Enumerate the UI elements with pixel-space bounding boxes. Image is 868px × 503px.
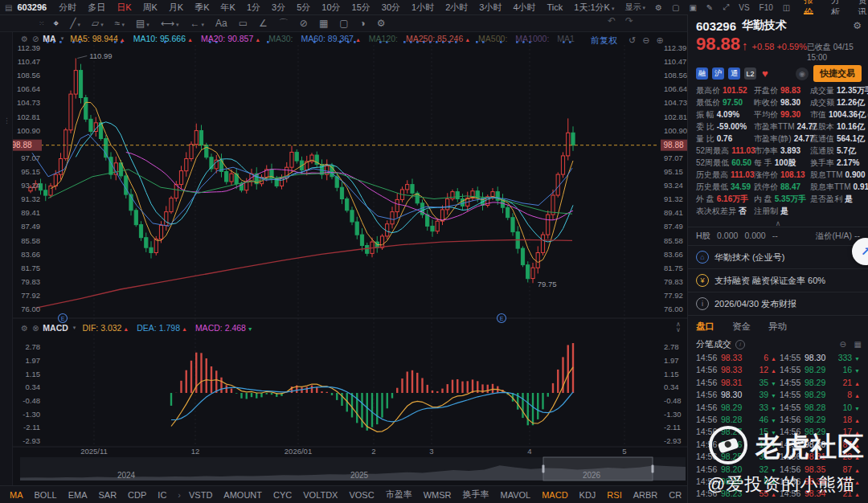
toolbar-grip[interactable]: ⁙ <box>39 19 45 27</box>
visibility-tool[interactable]: ◑ <box>360 18 366 29</box>
subtab-资金[interactable]: 资金 <box>732 321 751 333</box>
tick-row[interactable]: 14:5698.2846 ▼14:5698.2918 ▲ <box>696 414 863 426</box>
legend-item[interactable]: DEA: 1.798 ▲ <box>137 323 187 333</box>
subtab-异动[interactable]: 异动 <box>768 321 787 333</box>
legend-item[interactable]: MA250: 85.246 ▲ <box>406 34 470 43</box>
legend-item[interactable]: MA30: <box>268 34 293 43</box>
macd-close-icon[interactable]: ⊗ <box>32 324 39 333</box>
front-adjust-label[interactable]: 前复权 <box>591 35 617 47</box>
trendline-tool[interactable]: ╱▾ <box>70 18 80 29</box>
sidebar-collapse-handle[interactable]: ⋮ <box>3 117 10 125</box>
vs-compare[interactable]: VS <box>739 3 749 12</box>
indicator-tab-RSI[interactable]: RSI <box>607 490 621 500</box>
timeframe-Tick[interactable]: Tick <box>547 2 563 12</box>
timeframe-4小时[interactable]: 4小时 <box>513 2 535 14</box>
quick-trade-button[interactable]: 快捷交易 <box>813 65 862 82</box>
timeframe-周K[interactable]: 周K <box>143 2 158 14</box>
indicator-tab-EMA[interactable]: EMA <box>68 490 88 500</box>
indicator-tab-CDP[interactable]: CDP <box>128 490 146 500</box>
chevron-down-icon[interactable]: ▾ <box>73 325 76 331</box>
macd-name[interactable]: MACD <box>43 323 68 333</box>
screenshot-icon[interactable]: ▣ <box>689 3 696 12</box>
chevron-down-icon[interactable]: ▾ <box>61 35 64 42</box>
indicator-tab-VOSC[interactable]: VOSC <box>349 490 374 500</box>
indicator-tab-VOLTDX[interactable]: VOLTDX <box>303 490 338 500</box>
callout-tool[interactable]: ▭ <box>239 18 248 29</box>
indicator-tab-WMSR[interactable]: WMSR <box>424 490 452 500</box>
tick-table[interactable]: 14:5698.336 ▲14:5598.30333 ▼14:5698.3312… <box>688 352 868 501</box>
subtab-盘口[interactable]: 盘口 <box>696 321 714 333</box>
indicator-tab-市盈率[interactable]: 市盈率 <box>386 489 412 501</box>
indicator-tab-MACD[interactable]: MACD <box>542 490 567 500</box>
indicator-tab-VSTD[interactable]: VSTD <box>189 490 212 500</box>
legend-item[interactable]: MA20: 90.857 ▲ <box>201 34 260 43</box>
calendar-tool[interactable]: ▦ <box>319 18 328 29</box>
pane-collapse-arrows[interactable]: ∧∨ <box>676 321 681 333</box>
legend-item[interactable]: MA500: <box>478 34 507 43</box>
indicator-tab-CR[interactable]: CR <box>669 490 682 500</box>
indicator-tab-MA[interactable]: MA <box>10 490 23 500</box>
indicator-tab-ARBR[interactable]: ARBR <box>633 490 658 500</box>
timeframe-3小时[interactable]: 3小时 <box>479 2 502 14</box>
tick-row[interactable]: 14:5698.2715 ▼14:5698.2917 ▲ <box>696 426 863 438</box>
settings-icon[interactable]: ⚙ <box>655 3 662 12</box>
tick-row[interactable]: 14:5698.336 ▲14:5598.30333 ▼ <box>696 352 863 364</box>
legend-item[interactable]: MA5: 98.944 ▲ <box>70 34 125 43</box>
shape-tool[interactable]: ▱▾ <box>92 18 104 29</box>
tick-row[interactable]: 14:5698.2531 ▼14:5698.3123 ▲ <box>696 451 863 463</box>
display-menu[interactable]: 显示▾ <box>624 2 645 13</box>
tab-资讯[interactable]: 资讯 <box>858 0 867 14</box>
layout-icon[interactable]: ▢ <box>672 3 679 12</box>
history-icon[interactable]: ↺ <box>628 35 636 46</box>
timeframe-2小时[interactable]: 2小时 <box>445 2 468 14</box>
macd-settings-icon[interactable]: ⚙ <box>21 324 28 333</box>
undo-icon[interactable]: ↶ <box>608 15 616 27</box>
arrow-tool[interactable]: ←▾ <box>190 18 205 29</box>
legend-item[interactable]: MA120: <box>369 34 398 43</box>
legend-item[interactable]: MA1000: <box>515 34 549 43</box>
indicator-tab-IC[interactable]: IC <box>158 490 166 500</box>
pattern-tool[interactable]: ▤▾ <box>136 18 149 29</box>
indicator-settings-icon[interactable]: ⚙ <box>21 35 28 43</box>
indicator-tab-SAR[interactable]: SAR <box>98 490 117 500</box>
tick-row[interactable]: 14:5698.3312 ▲14:5598.2916 ▼ <box>696 364 863 376</box>
indicator-tab-CYC[interactable]: CYC <box>273 490 292 500</box>
tick-row[interactable]: 15:0098.881.52K ▲14:5698.3321 ▲ <box>696 501 863 501</box>
tick-row[interactable]: 14:5698.2355 ▲14:5698.3421 ▲ <box>696 488 863 500</box>
f10-info[interactable]: F10 <box>760 3 773 12</box>
measure-tool[interactable]: ⟷▾ <box>161 18 179 29</box>
panel-settings-icon[interactable]: ⚙ <box>853 20 862 31</box>
legend-item[interactable]: DIF: 3.032 ▲ <box>82 323 129 333</box>
text-tool[interactable]: Aa <box>215 18 227 29</box>
timeframe-1小时[interactable]: 1小时 <box>411 2 434 14</box>
company-row[interactable]: ⌂华勤技术 (企业号)› <box>688 245 868 268</box>
timeframe-5分[interactable]: 5分 <box>297 2 310 14</box>
grid-view-icon[interactable]: ▦ <box>854 340 862 349</box>
favorite-heart-icon[interactable]: ♥ <box>762 67 768 80</box>
indicator-hide-icon[interactable]: ⊘ <box>32 35 39 43</box>
collapse-section-icon[interactable]: ⊖ <box>839 340 845 349</box>
timeframe-季K[interactable]: 季K <box>194 2 209 14</box>
timeframe-1天:1分K[interactable]: 1天:1分K▾ <box>574 2 614 14</box>
tick-row[interactable]: 14:5698.2933 ▼14:5598.2810 ▼ <box>696 402 863 414</box>
zoom-in-icon[interactable]: ⊕ <box>656 35 663 46</box>
draw-settings-tool[interactable]: ⚙ <box>377 18 386 29</box>
tab-分析[interactable]: 分析 <box>831 0 841 14</box>
indicator-tab-BOLL[interactable]: BOLL <box>35 490 57 500</box>
timeframe-月K[interactable]: 月K <box>169 2 183 14</box>
legend-item[interactable]: MACD: 2.468 ▼ <box>195 323 253 333</box>
timeframe-30分[interactable]: 30分 <box>382 2 400 14</box>
angle-tool[interactable]: ∠ <box>259 18 268 29</box>
fullscreen-icon[interactable]: ⤢ <box>723 2 729 12</box>
tick-row[interactable]: 14:5698.2032 ▼14:5698.3587 ▲ <box>696 464 863 476</box>
indicator-name[interactable]: MA <box>43 34 55 43</box>
indicator-tab-KDJ[interactable]: KDJ <box>579 490 596 500</box>
legend-item[interactable]: MA60: 89.367 ▲ <box>301 34 361 43</box>
legend-item[interactable]: MA10: 95.666 ▲ <box>133 34 193 43</box>
timeframe-1分[interactable]: 1分 <box>247 2 260 14</box>
crosshair-tool[interactable]: ⌖ <box>54 18 59 29</box>
timeframe-年K[interactable]: 年K <box>221 2 235 14</box>
timeframe-多日[interactable]: 多日 <box>88 2 105 14</box>
tick-row[interactable]: 14:5698.205 ▼14:5698.3417 ▲ <box>696 476 863 488</box>
redo-icon[interactable]: ↷ <box>625 15 633 27</box>
